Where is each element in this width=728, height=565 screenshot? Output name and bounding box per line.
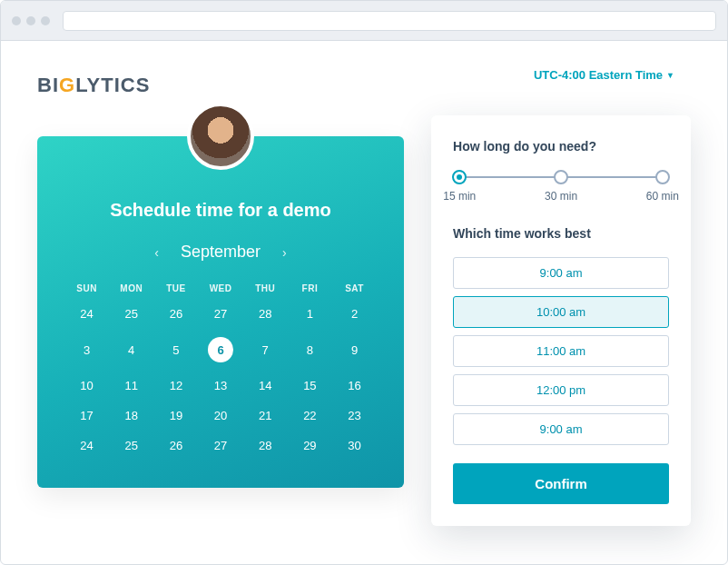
calendar-day[interactable]: 5 <box>153 329 198 371</box>
calendar-day[interactable]: 8 <box>288 329 332 371</box>
calendar-day[interactable]: 18 <box>109 401 153 431</box>
calendar-dow: FRI <box>288 278 332 299</box>
brand-text: LYTICS <box>75 74 150 96</box>
timezone-selector[interactable]: UTC-4:00 Eastern Time ▼ <box>534 68 674 82</box>
calendar-day[interactable]: 30 <box>332 431 377 461</box>
window-dot[interactable] <box>26 16 35 25</box>
calendar-day[interactable]: 24 <box>64 299 109 329</box>
page-content: UTC-4:00 Eastern Time ▼ BIGLYTICS Schedu… <box>1 41 727 526</box>
calendar-day[interactable]: 27 <box>198 299 242 329</box>
duration-label: 60 min <box>646 190 679 203</box>
duration-option[interactable] <box>554 170 568 184</box>
calendar-day[interactable]: 28 <box>243 299 288 329</box>
calendar-dow: SAT <box>332 278 377 299</box>
calendar-day[interactable]: 26 <box>153 431 198 461</box>
calendar-day[interactable]: 22 <box>288 401 332 431</box>
calendar-day[interactable]: 7 <box>243 329 288 371</box>
booking-panel: How long do you need? 15 min30 min60 min… <box>431 115 691 526</box>
month-label: September <box>181 243 261 262</box>
calendar-dow: MON <box>109 278 153 299</box>
avatar <box>187 103 254 170</box>
calendar-day[interactable]: 4 <box>109 329 153 371</box>
calendar-day[interactable]: 15 <box>288 371 332 401</box>
calendar-day[interactable]: 28 <box>243 431 288 461</box>
calendar-day[interactable]: 13 <box>198 371 242 401</box>
calendar-card: Schedule time for a demo ‹ September › S… <box>37 136 404 488</box>
window-controls[interactable] <box>12 16 50 25</box>
timeslot-question: Which time works best <box>453 226 669 241</box>
calendar-day[interactable]: 25 <box>109 431 153 461</box>
calendar-day[interactable]: 19 <box>153 401 198 431</box>
timeslot-option[interactable]: 9:00 am <box>453 413 669 445</box>
brand-text: BI <box>37 74 59 96</box>
timeslot-option[interactable]: 10:00 am <box>453 296 669 328</box>
calendar-day[interactable]: 11 <box>109 371 153 401</box>
month-navigator: ‹ September › <box>64 243 377 262</box>
calendar-day[interactable]: 12 <box>153 371 198 401</box>
calendar-dow: WED <box>198 278 242 299</box>
calendar-dow: THU <box>243 278 288 299</box>
calendar-day[interactable]: 20 <box>198 401 242 431</box>
next-month-button[interactable]: › <box>282 245 287 260</box>
calendar-day[interactable]: 6 <box>198 329 242 371</box>
timeslot-list: 9:00 am10:00 am11:00 am12:00 pm9:00 am <box>453 257 669 445</box>
duration-label: 30 min <box>545 190 577 203</box>
browser-titlebar <box>1 1 727 41</box>
calendar-day[interactable]: 10 <box>64 371 109 401</box>
prev-month-button[interactable]: ‹ <box>154 245 159 260</box>
calendar-day[interactable]: 9 <box>332 329 377 371</box>
duration-option[interactable] <box>655 170 670 184</box>
calendar-day[interactable]: 21 <box>243 401 288 431</box>
calendar-day[interactable]: 2 <box>332 299 377 329</box>
calendar-day[interactable]: 27 <box>198 431 242 461</box>
calendar-day[interactable]: 3 <box>64 329 109 371</box>
timeslot-option[interactable]: 9:00 am <box>453 257 669 289</box>
timeslot-option[interactable]: 11:00 am <box>453 335 669 367</box>
duration-slider[interactable]: 15 min30 min60 min <box>453 170 669 206</box>
duration-question: How long do you need? <box>453 139 669 154</box>
calendar-day[interactable]: 25 <box>109 299 153 329</box>
timeslot-option[interactable]: 12:00 pm <box>453 374 669 406</box>
window-dot[interactable] <box>12 16 21 25</box>
calendar-day[interactable]: 24 <box>64 431 109 461</box>
calendar-title: Schedule time for a demo <box>64 200 377 221</box>
brand-accent: G <box>59 74 75 96</box>
duration-label: 15 min <box>443 190 476 203</box>
timezone-label: UTC-4:00 Eastern Time <box>534 68 663 82</box>
address-bar[interactable] <box>63 11 716 31</box>
duration-option[interactable] <box>452 170 467 184</box>
calendar-grid: SUNMONTUEWEDTHUFRISAT 242526272812345678… <box>64 278 377 461</box>
calendar-day-selected[interactable]: 6 <box>208 337 233 362</box>
calendar-day[interactable]: 14 <box>243 371 288 401</box>
calendar-day[interactable]: 16 <box>332 371 377 401</box>
calendar-day[interactable]: 23 <box>332 401 377 431</box>
caret-down-icon: ▼ <box>666 71 674 80</box>
calendar-dow: SUN <box>64 278 109 299</box>
calendar-dow: TUE <box>153 278 198 299</box>
calendar-day[interactable]: 29 <box>288 431 332 461</box>
confirm-button[interactable]: Confirm <box>453 463 669 504</box>
calendar-day[interactable]: 26 <box>153 299 198 329</box>
calendar-day[interactable]: 1 <box>288 299 332 329</box>
browser-window: UTC-4:00 Eastern Time ▼ BIGLYTICS Schedu… <box>0 0 728 565</box>
calendar-day[interactable]: 17 <box>64 401 109 431</box>
window-dot[interactable] <box>41 16 50 25</box>
